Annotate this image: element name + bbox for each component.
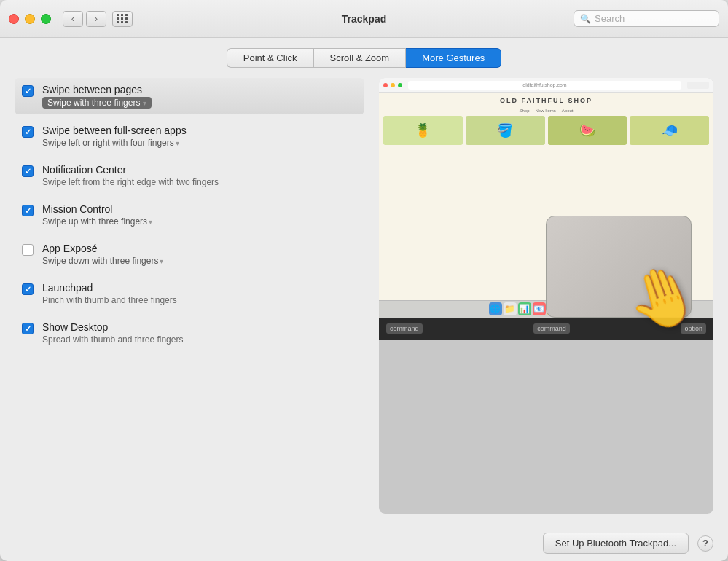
option-notification-center[interactable]: Notification Center Swipe left from the …	[15, 158, 364, 193]
forward-button[interactable]: ›	[86, 11, 106, 27]
grid-icon	[117, 14, 128, 23]
dock-icon-2: 📁	[504, 302, 517, 315]
tab-scroll-zoom[interactable]: Scroll & Zoom	[313, 48, 407, 68]
chevron-down-icon: ▾	[149, 218, 152, 226]
option-text-swipe-pages: Swipe between pages Swipe with three fin…	[42, 84, 152, 109]
trackpad-window: ‹ › Trackpad 🔍 Point & Click Scroll	[0, 0, 728, 561]
nav-buttons: ‹ ›	[63, 11, 133, 27]
tab-more-gestures[interactable]: More Gestures	[406, 48, 501, 68]
browser-maximize-dot	[398, 83, 402, 87]
option-swipe-pages[interactable]: Swipe between pages Swipe with three fin…	[15, 78, 364, 114]
option-text-launchpad: Launchpad Pinch with thumb and three fin…	[42, 282, 177, 305]
window-title: Trackpad	[342, 13, 386, 25]
checkbox-swipe-fullscreen[interactable]	[22, 126, 34, 138]
option-mission-control[interactable]: Mission Control Swipe up with three fing…	[15, 197, 364, 232]
left-panel: Swipe between pages Swipe with three fin…	[15, 78, 364, 514]
option-text-notification-center: Notification Center Swipe left from the …	[42, 164, 219, 187]
checkbox-mission-control[interactable]	[22, 205, 34, 216]
chevron-down-icon: ▾	[176, 139, 179, 147]
checkbox-swipe-pages[interactable]	[22, 85, 34, 97]
browser-bar: oldfaithfulshop.com	[379, 78, 713, 93]
option-app-expose[interactable]: App Exposé Swipe down with three fingers…	[15, 237, 364, 272]
app-expose-dropdown[interactable]: Swipe down with three fingers ▾	[42, 256, 163, 266]
option-show-desktop[interactable]: Show Desktop Spread with thumb and three…	[15, 315, 364, 350]
option-text-swipe-fullscreen: Swipe between full-screen apps Swipe lef…	[42, 125, 187, 148]
close-button[interactable]	[9, 14, 19, 24]
mission-control-dropdown[interactable]: Swipe up with three fingers ▾	[42, 216, 152, 227]
product-1: 🍍	[383, 116, 463, 145]
product-4: 🧢	[630, 116, 709, 145]
demo-image: oldfaithfulshop.com OLD FAITHFUL SHOP Sh…	[379, 78, 713, 514]
swipe-fullscreen-dropdown[interactable]: Swipe left or right with four fingers ▾	[42, 138, 179, 148]
search-input[interactable]	[595, 13, 713, 24]
help-button[interactable]: ?	[697, 536, 713, 552]
product-3: 🍉	[548, 116, 627, 145]
website-header: OLD FAITHFUL SHOP	[496, 93, 597, 109]
back-icon: ‹	[71, 13, 74, 24]
titlebar: ‹ › Trackpad 🔍	[0, 0, 728, 38]
option-swipe-fullscreen[interactable]: Swipe between full-screen apps Swipe lef…	[15, 119, 364, 154]
setup-bluetooth-button[interactable]: Set Up Bluetooth Trackpad...	[543, 533, 689, 554]
swipe-pages-dropdown[interactable]: Swipe with three fingers ▾	[42, 97, 152, 109]
back-button[interactable]: ‹	[63, 11, 83, 27]
checkbox-show-desktop[interactable]	[22, 323, 34, 334]
search-box[interactable]: 🔍	[574, 10, 719, 27]
browser-controls	[687, 82, 709, 89]
notification-center-desc: Swipe left from the right edge with two …	[42, 177, 219, 187]
browser-minimize-dot	[391, 83, 395, 87]
tab-point-click[interactable]: Point & Click	[227, 48, 313, 68]
dock-icon-1: 🌐	[489, 302, 502, 315]
option-text-app-expose: App Exposé Swipe down with three fingers…	[42, 243, 163, 266]
option-launchpad[interactable]: Launchpad Pinch with thumb and three fin…	[15, 276, 364, 311]
browser-url: oldfaithfulshop.com	[408, 81, 681, 90]
maximize-button[interactable]	[41, 14, 51, 24]
dock-icon-4: 📧	[533, 302, 546, 315]
show-desktop-desc: Spread with thumb and three fingers	[42, 334, 183, 345]
product-2: 🪣	[466, 116, 545, 145]
chevron-down-icon: ▾	[160, 257, 163, 265]
browser-close-dot	[383, 83, 388, 87]
key-command-right: command	[533, 323, 570, 334]
forward-icon: ›	[95, 13, 98, 24]
right-panel: oldfaithfulshop.com OLD FAITHFUL SHOP Sh…	[379, 78, 713, 514]
option-text-show-desktop: Show Desktop Spread with thumb and three…	[42, 321, 183, 345]
minimize-button[interactable]	[25, 14, 35, 24]
grid-button[interactable]	[112, 11, 133, 27]
main-content: Swipe between pages Swipe with three fin…	[0, 78, 728, 525]
dock-icon-3: 📊	[518, 302, 531, 315]
checkbox-notification-center[interactable]	[22, 165, 34, 177]
checkbox-app-expose[interactable]	[22, 244, 34, 256]
key-command-left: command	[386, 323, 423, 334]
tabs-bar: Point & Click Scroll & Zoom More Gesture…	[0, 38, 728, 78]
bottom-bar: Set Up Bluetooth Trackpad... ?	[0, 525, 728, 561]
search-icon: 🔍	[580, 14, 591, 24]
option-text-mission-control: Mission Control Swipe up with three fing…	[42, 203, 152, 227]
chevron-down-icon: ▾	[143, 99, 146, 107]
checkbox-launchpad[interactable]	[22, 283, 34, 295]
product-grid: 🍍 🪣 🍉 🧢	[379, 116, 713, 145]
traffic-lights	[9, 14, 51, 24]
launchpad-desc: Pinch with thumb and three fingers	[42, 295, 177, 305]
website-nav: Shop New Items About	[519, 109, 573, 113]
